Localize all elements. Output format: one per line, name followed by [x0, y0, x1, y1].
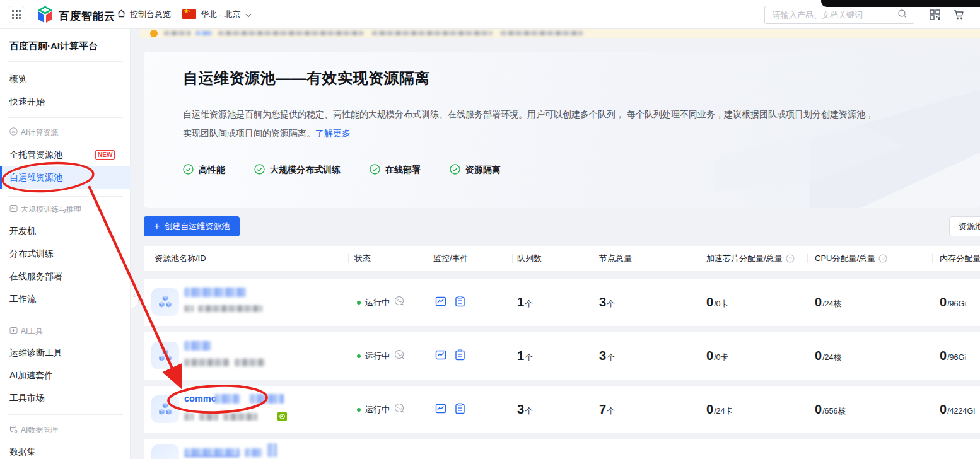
sidebar-item-self-managed-pool[interactable]: 自运维资源池 — [0, 166, 131, 189]
status-text: 运行中 — [365, 351, 390, 362]
home-icon — [117, 9, 126, 20]
banner-title: 自运维资源池——有效实现资源隔离 — [183, 68, 430, 88]
help-question-icon[interactable]: ? — [786, 254, 795, 263]
sidebar-item-ai-acceleration[interactable]: AI加速套件 — [0, 364, 131, 386]
search-input[interactable] — [765, 10, 897, 20]
table-row-common[interactable]: commo 运行中 3个 7个 0/24卡 0/656核 0/4224Gi — [144, 386, 980, 433]
check-circle-icon — [370, 164, 380, 177]
baidu-cloud-cube-icon — [37, 5, 54, 26]
svg-text:AI: AI — [12, 130, 16, 134]
pool-quota-button[interactable]: 资源池 — [949, 216, 980, 236]
global-search — [764, 6, 914, 24]
redacted-pool-name — [214, 394, 240, 404]
sidebar-item-distributed-training[interactable]: 分布式训练 — [0, 243, 131, 265]
sidebar-item-workflow[interactable]: 工作流 — [0, 288, 131, 310]
feature-distributed-training: 大规模分布式训练 — [254, 164, 341, 177]
table-row[interactable]: 运行中 1个 3个 0/0卡 0/24核 0/96Gi — [144, 279, 980, 326]
help-question-icon[interactable]: ? — [878, 254, 887, 263]
table-row[interactable]: 运行中 1个 3个 0/0卡 0/24核 0/96Gi — [144, 332, 980, 380]
sidebar-item-online-service[interactable]: 在线服务部署 — [0, 265, 131, 288]
table-row[interactable] — [144, 439, 980, 459]
nodes-cell: 3个 — [599, 279, 615, 326]
brand-logo[interactable]: 百度智能云 — [37, 5, 115, 26]
sidebar-item-quick-start[interactable]: 快速开始 — [0, 91, 131, 113]
svg-text:?: ? — [788, 255, 791, 262]
monitor-cell — [435, 386, 465, 433]
event-clipboard-icon[interactable] — [455, 403, 465, 417]
health-gauge-icon[interactable] — [394, 403, 405, 416]
ai-circle-icon: AI — [9, 127, 18, 137]
monitor-wave-icon — [9, 204, 18, 214]
resource-pool-icon — [151, 395, 179, 423]
notice-bar — [140, 29, 980, 38]
sidebar-section-ai-compute: AI AI计算资源 — [9, 124, 58, 141]
col-header-status: 状态 — [354, 246, 371, 271]
divider — [8, 315, 123, 315]
shopping-cart-icon[interactable] — [954, 9, 965, 23]
redacted-pool-id — [235, 359, 265, 366]
table-header: 资源池名称/ID 状态 监控/事件 队列数 节点总量 加速芯片分配量/总量 ? … — [144, 246, 980, 271]
sidebar-item-dataset[interactable]: 数据集 — [0, 441, 131, 459]
redacted-text — [372, 31, 492, 35]
create-pool-button[interactable]: + 创建自运维资源池 — [144, 216, 240, 236]
resource-pool-icon — [151, 342, 179, 369]
search-icon[interactable] — [897, 9, 914, 21]
status-dot — [357, 408, 361, 412]
qr-code-icon[interactable] — [930, 9, 940, 23]
redacted-pool-name[interactable] — [184, 288, 246, 297]
chip-cell: 0/0卡 — [706, 279, 728, 326]
banner-features: 高性能 大规模分布式训练 在线部署 资源隔离 — [183, 164, 501, 177]
chevron-down-icon — [245, 10, 252, 20]
sidebar-item-overview[interactable]: 概览 — [0, 68, 131, 90]
console-overview-link[interactable]: 控制台总览 — [117, 0, 171, 29]
col-header-cpu: CPU分配量/总量 ? — [815, 246, 887, 271]
event-clipboard-icon[interactable] — [455, 296, 465, 310]
divider — [8, 414, 123, 415]
learn-more-link[interactable]: 了解更多 — [315, 128, 351, 138]
col-header-monitor: 监控/事件 — [433, 246, 469, 271]
event-clipboard-icon[interactable] — [455, 349, 465, 363]
page: 百度百舸·AI计算平台 概览 快速开始 AI AI计算资源 全托管资源池 NEW… — [0, 0, 980, 459]
banner-desc-line2: 实现团队间或项目间的资源隔离。了解更多 — [183, 124, 874, 142]
health-gauge-icon[interactable] — [394, 296, 405, 309]
resource-pool-icon — [151, 444, 179, 459]
new-badge: NEW — [95, 150, 115, 160]
queues-cell: 1个 — [517, 332, 533, 380]
check-circle-icon — [450, 164, 460, 177]
cpu-cell: 0/656核 — [815, 386, 846, 433]
brand-name: 百度智能云 — [59, 9, 115, 23]
redacted-pool-name — [267, 443, 277, 457]
redacted-pool-name[interactable] — [184, 448, 240, 457]
feature-high-performance: 高性能 — [183, 164, 225, 177]
monitor-chart-icon[interactable] — [435, 349, 446, 363]
nodes-cell: 7个 — [599, 386, 615, 433]
sidebar-item-fully-managed-pool[interactable]: 全托管资源池 NEW — [0, 144, 131, 166]
status-dot — [357, 301, 361, 305]
banner-description: 自运维资源池是百舸为您提供的稳定、高性能的大规模分布式训练、在线服务部署环境。用… — [183, 105, 874, 142]
monitor-chart-icon[interactable] — [435, 296, 446, 310]
col-header-chip: 加速芯片分配量/总量 ? — [706, 246, 795, 271]
redacted-pool-name[interactable] — [184, 341, 211, 351]
check-circle-icon — [254, 164, 265, 177]
grid-icon — [12, 10, 21, 19]
health-gauge-icon[interactable] — [394, 349, 405, 363]
sidebar-item-dev-machine[interactable]: 开发机 — [0, 220, 131, 242]
col-header-name: 资源池名称/ID — [155, 246, 206, 271]
region-selector[interactable]: 华北 - 北京 — [201, 0, 252, 29]
col-header-nodes: 节点总量 — [599, 246, 632, 271]
sidebar-section-training-inference: 大规模训练与推理 — [9, 200, 81, 218]
status-text: 运行中 — [365, 404, 390, 415]
status-dot — [357, 354, 361, 358]
redacted-pool-id — [184, 413, 194, 421]
pool-name-link[interactable]: commo — [184, 393, 217, 404]
sidebar-collapse-handle[interactable]: ‹ — [131, 281, 139, 309]
banner-desc-line1: 自运维资源池是百舸为您提供的稳定、高性能的大规模分布式训练、在线服务部署环境。用… — [183, 105, 874, 124]
sidebar-item-ops-diagnostic[interactable]: 运维诊断工具 — [0, 342, 131, 364]
divider — [8, 196, 123, 197]
redacted-pool-id — [223, 413, 257, 421]
col-header-queues: 队列数 — [517, 246, 542, 271]
monitor-chart-icon[interactable] — [435, 403, 446, 417]
apps-grid-button[interactable] — [8, 6, 25, 23]
sidebar-item-tool-market[interactable]: 工具市场 — [0, 387, 131, 409]
redacted-text — [501, 31, 583, 35]
